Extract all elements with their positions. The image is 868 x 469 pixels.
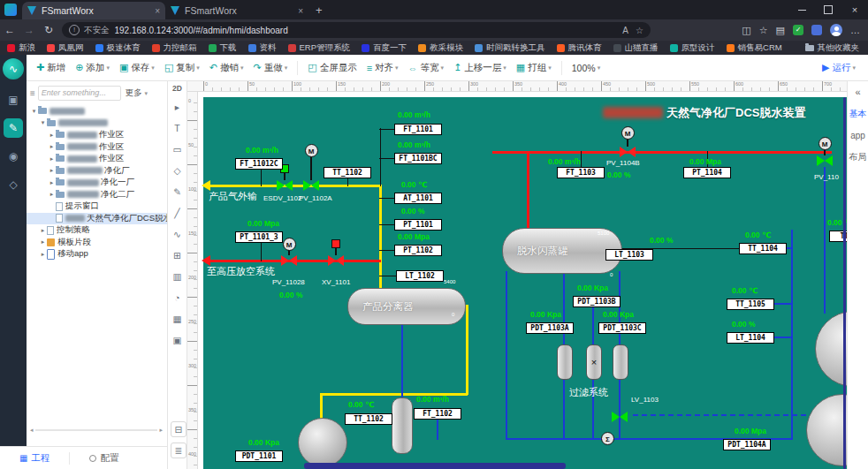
plant-label[interactable]: PV_11028 [272, 278, 305, 286]
model-icon[interactable]: ◇ [4, 175, 23, 194]
rect-tool[interactable]: ▭ [171, 142, 185, 156]
live-value[interactable]: 0.00 m³/h [398, 140, 430, 149]
instrument-tag[interactable]: TT_1105 [727, 299, 774, 310]
panel-tab-app[interactable]: app [848, 131, 868, 140]
valve-ESDV_1102[interactable] [277, 180, 293, 191]
instrument-tag[interactable]: PDT_1104A [723, 439, 771, 450]
browser-menu-icon[interactable]: … [850, 25, 861, 35]
search-input[interactable] [38, 86, 121, 101]
tree-item[interactable]: ▸控制策略 [27, 224, 167, 237]
tree-item[interactable]: ▸作业区 [27, 129, 167, 141]
monitor-icon[interactable]: ▣ [4, 90, 23, 110]
bookmark-item[interactable]: 资料 [248, 42, 277, 54]
adblock-shield-icon[interactable]: ✓ [793, 25, 803, 35]
instrument-tag[interactable]: AT_1101 [394, 193, 442, 204]
plant-label[interactable]: 过滤系统 [569, 386, 608, 399]
mode-2d-label[interactable]: 2D [168, 84, 187, 93]
read-aloud-icon[interactable]: A [622, 26, 628, 35]
tree-caret-icon[interactable]: ▸ [48, 155, 56, 163]
instrument-tag[interactable]: TT_1104 [739, 243, 787, 254]
tab-config[interactable]: 配置 [89, 452, 118, 465]
favorites-icon[interactable]: ☆ [759, 25, 768, 36]
live-value[interactable]: 0.00 % [607, 170, 630, 179]
live-value[interactable]: 0.00 ℃ [745, 231, 771, 239]
curve-tool[interactable]: ∿ [171, 227, 185, 241]
toolbar-button[interactable]: ⇔等宽▾ [408, 62, 445, 74]
browser-tab-2[interactable]: FSmartWorx × [165, 2, 308, 19]
live-value[interactable]: 0.00 % [401, 207, 424, 216]
instrument-tag[interactable]: FT_1103 [557, 167, 605, 178]
browser-tab-1[interactable]: FSmartWorx × [22, 2, 165, 19]
tree-caret-icon[interactable]: ▸ [39, 238, 47, 246]
instrument-tag[interactable]: FT_1101BC [394, 153, 442, 164]
select-tool[interactable]: ▸ [171, 100, 185, 114]
live-value[interactable]: 0.00 ℃ [401, 180, 427, 189]
hmi-canvas[interactable]: 产品分离器脱水闪蒸罐×MMMMΣFT_1101FT_1101BCAT_1101P… [198, 92, 847, 469]
plant-label[interactable]: 至高压放空系统 [207, 265, 275, 278]
scroll-right-icon[interactable]: ▸ [159, 427, 163, 434]
bookmark-item[interactable]: 力控邮箱 [152, 42, 197, 54]
instrument-tag[interactable]: LT_1102 [396, 270, 444, 282]
favorite-star-icon[interactable]: ☆ [636, 26, 643, 35]
toolbar-button[interactable]: ▣保存▾ [119, 62, 155, 74]
line-tool[interactable]: ╱ [171, 206, 185, 220]
live-value[interactable]: 0.00 Kpa [577, 284, 608, 292]
tree-item[interactable]: ▸净化一厂 [27, 177, 167, 189]
instrument-tag[interactable]: PDT_1103B [573, 296, 621, 307]
pie-tool[interactable]: ◔ [171, 291, 185, 305]
tank-vessel[interactable] [298, 418, 347, 467]
toolbar-button[interactable]: ↷重做▾ [254, 62, 288, 74]
list-icon[interactable]: ≡ [30, 88, 35, 98]
plant-label[interactable]: PV_1102A [299, 194, 332, 202]
tree-item[interactable]: ▸作业区 [27, 141, 167, 154]
tree-item[interactable]: ▸作业区 [27, 153, 167, 165]
collections-icon[interactable]: ▤ [776, 25, 785, 36]
canvas-hscrollbar[interactable] [304, 463, 566, 469]
url-text[interactable]: 192.168.0.124:3000/#/admin/hmi/dashboard [115, 26, 616, 35]
bookmark-item[interactable]: ERP管理系统 [288, 42, 351, 54]
other-bookmarks-folder[interactable]: 其他收藏夹 [805, 42, 860, 54]
tree-item[interactable]: ▾ [27, 117, 167, 130]
more-button[interactable]: 更多 ▾ [126, 87, 148, 99]
tab-close-icon[interactable]: × [155, 6, 160, 16]
close-button[interactable]: × [841, 0, 868, 19]
workspaces-icon[interactable] [4, 4, 17, 16]
valve-PV_1104[interactable] [817, 155, 833, 166]
bookmark-item[interactable]: 下载 [209, 42, 237, 54]
toolbar-button[interactable]: ◱复制▾ [164, 62, 200, 74]
tree-caret-icon[interactable]: ▸ [39, 251, 47, 258]
tree-item[interactable]: ▸移动app [27, 248, 167, 261]
profile-avatar[interactable] [830, 24, 842, 36]
text-tool[interactable]: T [171, 121, 185, 135]
live-value[interactable]: 0.00 Mpa [398, 232, 430, 241]
new-tab-button[interactable]: + [316, 4, 323, 17]
toolbar-button[interactable]: 100%▾ [572, 63, 600, 73]
column-vessel[interactable] [392, 397, 413, 454]
chart-tool[interactable]: ▥ [171, 269, 185, 284]
plant-label[interactable]: ESDV_1102 [263, 194, 301, 202]
toolbar-button[interactable]: ▦打组▾ [516, 62, 552, 74]
bookmark-item[interactable]: 教采模块 [418, 42, 463, 54]
back-icon[interactable]: ← [0, 24, 19, 36]
toolbar-button[interactable]: ✚新增 [36, 62, 65, 74]
valve-LV_1103[interactable] [612, 412, 628, 422]
tree-hscrollbar[interactable]: ◂▸ [30, 426, 163, 434]
bookmark-item[interactable]: 百度一下 [362, 42, 407, 54]
toolbar-button[interactable]: ↶撤销▾ [209, 62, 244, 74]
instrument-tag[interactable]: TT_1102 [324, 167, 371, 178]
instrument-tag[interactable]: FT_11012C [235, 158, 283, 170]
tree-caret-icon[interactable]: ▸ [39, 227, 47, 234]
live-value[interactable]: 0.00 m³/h [416, 395, 449, 404]
bookmark-item[interactable]: 原型设计 [670, 42, 715, 54]
tree-caret-icon[interactable]: ▸ [48, 191, 56, 198]
tree-item[interactable]: 提示窗口 [27, 200, 167, 213]
panel-tab-基本[interactable]: 基本 [848, 108, 868, 120]
bookmark-item[interactable]: 时间戳转换工具 [475, 42, 545, 54]
tab-close-icon[interactable]: × [298, 6, 303, 16]
live-value[interactable]: 0.00 % [732, 320, 755, 329]
extension-icon[interactable] [811, 25, 822, 35]
toolbar-button[interactable]: ⊕添加▾ [75, 62, 110, 74]
toolbar-button[interactable]: ≡对齐▾ [367, 62, 399, 74]
run-button[interactable]: ▶ 运行 ▾ [822, 62, 856, 74]
live-value[interactable]: 0.00 m³/h [398, 110, 430, 119]
